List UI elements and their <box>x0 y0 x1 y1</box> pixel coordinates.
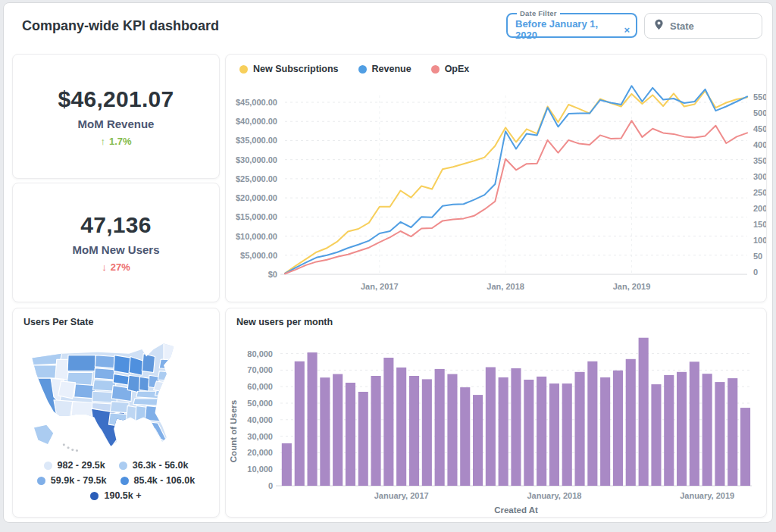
bar[interactable] <box>728 378 737 486</box>
bar[interactable] <box>486 368 496 487</box>
bar[interactable] <box>715 382 724 486</box>
bar[interactable] <box>677 372 687 486</box>
state-shape-mississippi[interactable] <box>126 405 136 424</box>
state-filter-label: State <box>670 20 694 32</box>
bar[interactable] <box>346 383 355 486</box>
state-shape-hawaii[interactable] <box>63 443 65 446</box>
state-shape-new-england[interactable] <box>164 342 178 359</box>
svg-text:50,000: 50,000 <box>247 399 273 408</box>
state-shape-north-carolina[interactable] <box>158 396 177 404</box>
state-shape-arizona[interactable] <box>54 400 73 421</box>
state-shape-south-carolina[interactable] <box>159 404 169 415</box>
bar[interactable] <box>740 408 750 486</box>
state-shape-georgia[interactable] <box>145 405 162 421</box>
line-legend-item[interactable]: Revenue <box>358 64 411 74</box>
us-choropleth-map[interactable] <box>22 336 210 455</box>
svg-text:$0: $0 <box>268 270 277 279</box>
state-shape-tennessee[interactable] <box>133 399 161 406</box>
line-legend-item[interactable]: OpEx <box>431 64 470 74</box>
bar[interactable] <box>358 392 368 486</box>
state-shape-hawaii[interactable] <box>76 449 78 452</box>
svg-text:Jan, 2018: Jan, 2018 <box>487 282 524 291</box>
bar[interactable] <box>511 368 521 486</box>
svg-text:100: 100 <box>753 236 766 245</box>
svg-text:80,000: 80,000 <box>247 349 273 358</box>
line-legend-item[interactable]: New Subscriptions <box>239 64 339 74</box>
svg-text:$5,000.00: $5,000.00 <box>240 251 277 260</box>
bar[interactable] <box>499 377 508 486</box>
line-chart-canvas[interactable]: $0$5,000.00$10,000.00$15,000.00$20,000.0… <box>226 83 766 300</box>
date-filter-value[interactable]: Before January 1, 2020 <box>515 18 618 41</box>
close-icon[interactable]: × <box>624 24 630 36</box>
svg-text:40,000: 40,000 <box>247 415 273 424</box>
svg-text:$20,000.00: $20,000.00 <box>236 193 277 202</box>
bar[interactable] <box>409 376 419 486</box>
bar[interactable] <box>613 371 623 486</box>
bar[interactable] <box>435 369 445 486</box>
line-chart-legend: New SubscriptionsRevenueOpEx <box>239 64 469 74</box>
bar[interactable] <box>422 379 432 486</box>
map-title: Users Per State <box>23 317 93 327</box>
state-shape-pennsylvania[interactable] <box>158 371 175 381</box>
state-filter[interactable]: State <box>644 13 762 39</box>
bar-chart-canvas[interactable]: 010,00020,00030,00040,00050,00060,00070,… <box>226 331 766 516</box>
bar[interactable] <box>575 372 585 486</box>
bar[interactable] <box>600 377 610 486</box>
y-axis-title: Count of Users <box>229 400 238 462</box>
svg-text:$30,000.00: $30,000.00 <box>236 155 277 164</box>
kpi-delta-value: 27% <box>111 261 130 273</box>
state-shape-north-dakota[interactable] <box>95 355 114 368</box>
bar[interactable] <box>587 361 597 486</box>
legend-dot-icon <box>37 477 45 485</box>
legend-label: 59.9k - 79.5k <box>51 475 107 486</box>
state-shape-michigan[interactable] <box>142 354 155 373</box>
bar[interactable] <box>651 384 661 486</box>
bar[interactable] <box>664 375 674 486</box>
kpi-delta-value: 1.7% <box>109 136 132 147</box>
series-line-opex[interactable] <box>285 120 747 274</box>
bar[interactable] <box>447 374 457 486</box>
state-shape-louisiana[interactable] <box>108 413 129 427</box>
bar[interactable] <box>549 383 559 486</box>
kpi-card-mom-revenue[interactable]: $46,201.07 MoM Revenue ↑ 1.7% <box>12 54 220 179</box>
state-shape-utah[interactable] <box>58 381 76 399</box>
state-shape-new-mexico[interactable] <box>71 402 93 421</box>
kpi-card-mom-new-users[interactable]: 47,136 MoM New Users ↓ 27% <box>12 183 220 302</box>
svg-text:200: 200 <box>753 204 766 213</box>
svg-text:150: 150 <box>753 220 766 229</box>
state-shape-hawaii[interactable] <box>67 446 70 449</box>
state-shape-south-dakota[interactable] <box>94 368 114 380</box>
bar[interactable] <box>537 377 546 486</box>
bar[interactable] <box>473 395 483 486</box>
bar[interactable] <box>690 361 699 486</box>
bar[interactable] <box>396 368 406 486</box>
svg-text:300: 300 <box>753 172 766 181</box>
bar[interactable] <box>371 376 381 486</box>
date-filter[interactable]: Date Filter Before January 1, 2020 × <box>506 9 637 38</box>
bar[interactable] <box>524 380 534 486</box>
state-shape-montana[interactable] <box>67 355 95 371</box>
bar[interactable] <box>702 374 712 486</box>
legend-dot-icon <box>239 65 248 74</box>
state-shape-hawaii[interactable] <box>71 449 74 451</box>
bar[interactable] <box>639 338 649 486</box>
bar[interactable] <box>308 352 318 486</box>
state-shape-alabama[interactable] <box>136 405 146 423</box>
bar[interactable] <box>320 377 330 486</box>
date-filter-label: Date Filter <box>517 9 560 17</box>
bar[interactable] <box>333 374 343 486</box>
state-shape-indiana[interactable] <box>139 377 149 391</box>
bar[interactable] <box>562 383 572 486</box>
bar[interactable] <box>626 359 636 486</box>
bar-chart-card: New users per month 010,00020,00030,0004… <box>225 308 767 518</box>
bar[interactable] <box>282 443 292 486</box>
bar[interactable] <box>383 358 393 486</box>
state-shape-arkansas[interactable] <box>110 402 129 413</box>
state-shape-florida[interactable] <box>146 421 168 443</box>
series-line-revenue[interactable] <box>285 86 747 274</box>
state-shape-illinois[interactable] <box>127 375 140 393</box>
map-legend-item: 59.9k - 79.5k <box>37 475 107 486</box>
bar[interactable] <box>460 387 470 486</box>
state-shape-alaska[interactable] <box>33 424 54 445</box>
bar[interactable] <box>295 361 305 486</box>
